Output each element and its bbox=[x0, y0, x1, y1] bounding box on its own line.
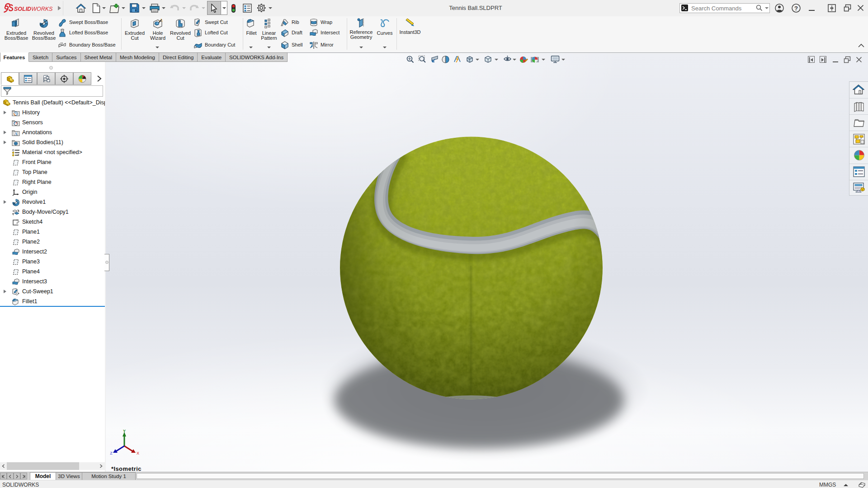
svg-text:A: A bbox=[14, 131, 18, 136]
svg-text:?: ? bbox=[794, 5, 798, 12]
svg-text:Y: Y bbox=[123, 429, 126, 433]
svg-text:Z: Z bbox=[110, 451, 113, 455]
svg-text:X: X bbox=[137, 451, 139, 455]
